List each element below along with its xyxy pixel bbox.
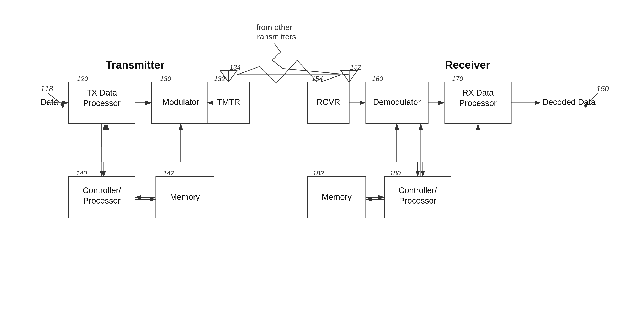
rx-data-processor-label: RX Data [462,88,494,97]
tmtr-label: TMTR [217,97,240,106]
ref-180: 180 [390,169,401,177]
ref-150: 150 [596,84,609,93]
transmitter-label: Transmitter [106,59,164,71]
ref-132: 132 [214,75,225,82]
ref-182: 182 [313,169,324,177]
rx-data-processor-label2: Processor [459,98,497,108]
controller-processor-rx-label: Controller/ [398,186,437,195]
decoded-data-label: Decoded Data [542,97,596,106]
ref-160: 160 [372,75,383,82]
ref-134: 134 [230,63,241,71]
from-other-transmitters-label2: Transmitters [252,32,296,41]
svg-rect-0 [0,0,644,330]
controller-processor-rx-label2: Processor [399,196,436,205]
ref-142: 142 [163,169,174,177]
ref-140: 140 [76,169,87,177]
ref-118: 118 [40,84,53,93]
ref-170: 170 [452,75,463,82]
ref-154: 154 [312,75,323,82]
memory-rx-label: Memory [322,192,352,201]
receiver-label: Receiver [445,59,490,71]
memory-tx-label: Memory [170,192,200,201]
ref-130: 130 [160,75,171,82]
from-other-transmitters-label: from other [256,23,292,32]
modulator-label: Modulator [162,97,199,106]
tx-data-processor-label2: Processor [83,98,120,108]
controller-processor-tx-label2: Processor [83,196,120,205]
ref-120: 120 [77,75,88,82]
ref-152: 152 [350,63,362,71]
tx-data-processor-label: TX Data [87,88,117,97]
data-in-label: Data [40,97,58,106]
demodulator-label: Demodulator [373,97,420,106]
controller-processor-tx-label: Controller/ [83,186,121,195]
rcvr-label: RCVR [316,97,340,106]
